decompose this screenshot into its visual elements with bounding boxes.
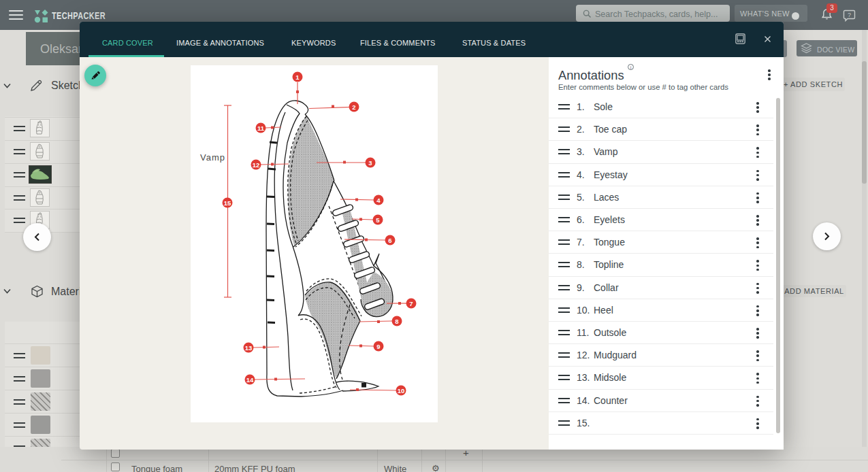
svg-text:13: 13	[245, 344, 253, 352]
svg-text:11: 11	[257, 124, 265, 132]
svg-text:?: ?	[848, 12, 851, 18]
svg-text:15: 15	[224, 199, 231, 207]
svg-text:12: 12	[253, 161, 260, 169]
svg-text:4: 4	[376, 197, 381, 204]
svg-text:1: 1	[295, 73, 300, 81]
svg-text:6: 6	[388, 237, 391, 244]
svg-text:Vamp: Vamp	[200, 152, 225, 163]
svg-text:14: 14	[246, 376, 254, 384]
svg-text:5: 5	[376, 216, 380, 224]
svg-text:8: 8	[395, 318, 398, 325]
svg-text:10: 10	[398, 387, 405, 394]
svg-text:7: 7	[409, 300, 413, 307]
svg-text:3: 3	[368, 159, 372, 167]
svg-text:9: 9	[376, 343, 380, 350]
svg-text:2: 2	[352, 103, 355, 111]
